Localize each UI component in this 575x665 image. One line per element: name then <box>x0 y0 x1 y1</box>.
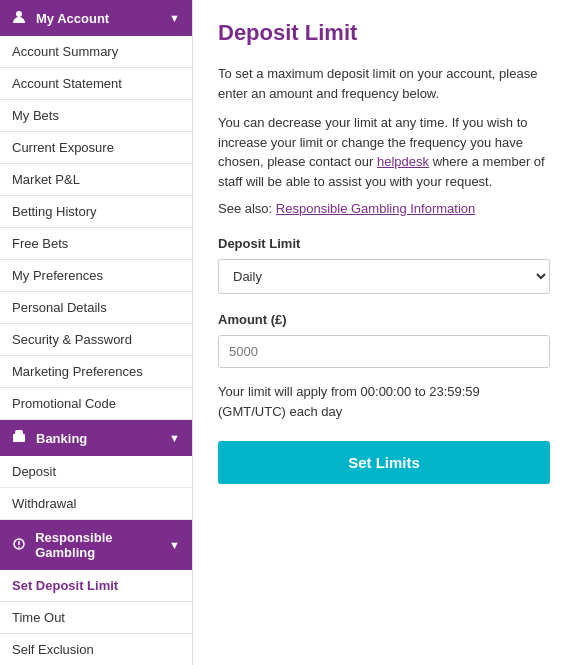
sidebar-section-label-banking: Banking <box>36 431 87 446</box>
sidebar-item-market-pl[interactable]: Market P&L <box>0 164 192 196</box>
rg-icon <box>12 537 27 553</box>
sidebar-section-label-responsible-gambling: Responsible Gambling <box>35 530 169 560</box>
sidebar-item-time-out[interactable]: Time Out <box>0 602 192 634</box>
sidebar-item-promotional-code[interactable]: Promotional Code <box>0 388 192 420</box>
amount-label: Amount (£) <box>218 312 550 327</box>
sidebar-item-withdrawal[interactable]: Withdrawal <box>0 488 192 520</box>
sidebar-item-deposit[interactable]: Deposit <box>0 456 192 488</box>
helpdesk-link[interactable]: helpdesk <box>377 154 429 169</box>
see-also-label: See also: <box>218 201 272 216</box>
main-content: Deposit Limit To set a maximum deposit l… <box>193 0 575 665</box>
sidebar-item-current-exposure[interactable]: Current Exposure <box>0 132 192 164</box>
frequency-select[interactable]: DailyWeeklyMonthly <box>218 259 550 294</box>
sidebar-item-account-summary[interactable]: Account Summary <box>0 36 192 68</box>
info-text-1: To set a maximum deposit limit on your a… <box>218 64 550 103</box>
person-icon <box>12 10 28 26</box>
page-title: Deposit Limit <box>218 20 550 46</box>
svg-point-5 <box>18 546 20 548</box>
sidebar-section-label-my-account: My Account <box>36 11 109 26</box>
sidebar-item-security-password[interactable]: Security & Password <box>0 324 192 356</box>
sidebar-item-personal-details[interactable]: Personal Details <box>0 292 192 324</box>
amount-input[interactable] <box>218 335 550 368</box>
sidebar-item-account-statement[interactable]: Account Statement <box>0 68 192 100</box>
banking-icon <box>12 430 28 446</box>
sidebar-item-marketing-preferences[interactable]: Marketing Preferences <box>0 356 192 388</box>
sidebar-item-set-deposit-limit[interactable]: Set Deposit Limit <box>0 570 192 602</box>
sidebar-section-my-account[interactable]: My Account ▼ <box>0 0 192 36</box>
sidebar: My Account ▼ Account SummaryAccount Stat… <box>0 0 193 665</box>
sidebar-item-my-preferences[interactable]: My Preferences <box>0 260 192 292</box>
amount-section: Amount (£) <box>218 312 550 368</box>
sidebar-section-banking[interactable]: Banking ▼ <box>0 420 192 456</box>
deposit-limit-section: Deposit Limit DailyWeeklyMonthly <box>218 236 550 294</box>
limit-apply-text: Your limit will apply from 00:00:00 to 2… <box>218 382 550 421</box>
sidebar-item-betting-history[interactable]: Betting History <box>0 196 192 228</box>
svg-point-0 <box>16 11 22 17</box>
svg-rect-2 <box>17 437 21 439</box>
set-limits-button[interactable]: Set Limits <box>218 441 550 484</box>
info-text-2: You can decrease your limit at any time.… <box>218 113 550 191</box>
sidebar-section-responsible-gambling[interactable]: Responsible Gambling ▼ <box>0 520 192 570</box>
sidebar-item-free-bets[interactable]: Free Bets <box>0 228 192 260</box>
sidebar-item-my-bets[interactable]: My Bets <box>0 100 192 132</box>
chevron-down-icon: ▼ <box>169 539 180 551</box>
see-also: See also: Responsible Gambling Informati… <box>218 201 550 216</box>
responsible-gambling-link[interactable]: Responsible Gambling Information <box>276 201 475 216</box>
deposit-limit-label: Deposit Limit <box>218 236 550 251</box>
sidebar-item-self-exclusion[interactable]: Self Exclusion <box>0 634 192 665</box>
chevron-down-icon: ▼ <box>169 432 180 444</box>
chevron-down-icon: ▼ <box>169 12 180 24</box>
